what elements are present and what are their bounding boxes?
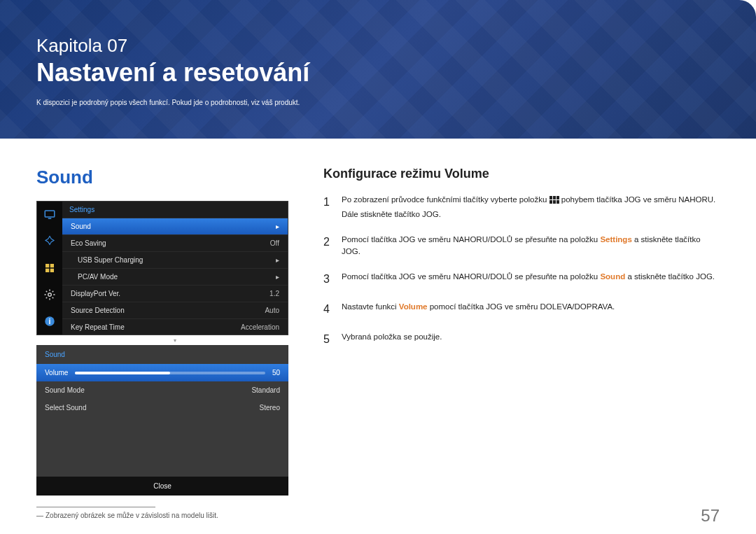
svg-rect-1 <box>48 218 52 220</box>
step-text: Vybraná položka se použije. <box>342 331 720 349</box>
osd2-row-value: Stereo <box>260 404 280 412</box>
osd2-row-value: 50 <box>272 369 280 377</box>
step-number: 5 <box>323 331 332 349</box>
osd-row[interactable]: Key Repeat TimeAcceleration <box>62 318 288 335</box>
keyword: Sound <box>600 272 625 281</box>
chapter-label: Kapitola 07 <box>36 35 756 57</box>
osd-sidebar: i <box>37 202 62 335</box>
chapter-title: Nastavení a resetování <box>36 58 756 87</box>
svg-rect-12 <box>550 200 552 204</box>
svg-rect-2 <box>46 264 49 267</box>
picture-icon <box>37 228 62 255</box>
osd2-row[interactable]: Sound ModeStandard <box>36 381 288 399</box>
osd-sound-submenu: Sound Volume50Sound ModeStandardSelect S… <box>36 345 288 496</box>
step-item: 1Po zobrazení průvodce funkčními tlačítk… <box>323 194 720 221</box>
page-number: 57 <box>701 506 720 526</box>
osd-row-label: DisplayPort Ver. <box>71 290 120 297</box>
osd-row-value: ▸ <box>276 256 279 264</box>
section-heading-config: Konfigurace režimu Volume <box>323 167 720 181</box>
step-text: Nastavte funkci Volume pomocí tlačítka J… <box>342 301 720 318</box>
osd-row-label: Sound <box>71 223 91 230</box>
svg-rect-11 <box>556 196 559 199</box>
steps-list: 1Po zobrazení průvodce funkčními tlačítk… <box>323 194 720 349</box>
step-item: 5Vybraná položka se použije. <box>323 331 720 349</box>
svg-rect-5 <box>50 269 54 272</box>
osd-close-button[interactable]: Close <box>36 477 288 496</box>
osd-row-label: Key Repeat Time <box>71 323 125 331</box>
chapter-subhead: K dispozici je podrobný popis všech funk… <box>36 99 756 106</box>
osd2-row-label: Volume <box>45 369 68 377</box>
step-text: Po zobrazení průvodce funkčními tlačítky… <box>342 194 720 221</box>
footnote: ―Zobrazený obrázek se může v závislosti … <box>36 512 288 519</box>
svg-rect-13 <box>553 200 556 204</box>
osd-row-label: Source Detection <box>71 307 125 314</box>
step-item: 4Nastavte funkci Volume pomocí tlačítka … <box>323 301 720 318</box>
step-text: Pomocí tlačítka JOG ve směru NAHORU/DOLŮ… <box>342 234 720 259</box>
menu-grid-icon <box>550 196 559 209</box>
step-number: 1 <box>323 194 332 221</box>
step-number: 2 <box>323 234 332 259</box>
svg-rect-0 <box>45 211 55 217</box>
osd-row[interactable]: Sound▸ <box>62 218 288 234</box>
svg-rect-3 <box>50 264 54 267</box>
right-column: Konfigurace režimu Volume 1Po zobrazení … <box>323 167 720 519</box>
step-number: 3 <box>323 271 332 288</box>
osd-row[interactable]: Eco SavingOff <box>62 234 288 251</box>
info-icon: i <box>37 308 62 335</box>
svg-text:i: i <box>49 317 51 325</box>
osd-pager-down: ▾ <box>62 335 288 346</box>
svg-rect-14 <box>556 200 559 204</box>
monitor-icon <box>37 202 62 228</box>
osd2-row[interactable]: Select SoundStereo <box>36 399 288 416</box>
osd2-row[interactable]: Volume50 <box>36 364 288 381</box>
osd2-row-value: Standard <box>251 386 280 394</box>
left-column: Sound i Settings Sound▸Eco SavingOffUSB … <box>36 167 288 519</box>
osd-row-value: ▸ <box>276 273 279 281</box>
chapter-header: Kapitola 07 Nastavení a resetování K dis… <box>0 0 756 139</box>
svg-rect-10 <box>553 196 556 199</box>
step-item: 3Pomocí tlačítka JOG ve směru NAHORU/DOL… <box>323 271 720 288</box>
osd-title: Settings <box>62 202 288 218</box>
step-number: 4 <box>323 301 332 318</box>
svg-rect-9 <box>550 196 552 199</box>
osd-row[interactable]: PC/AV Mode▸ <box>62 268 288 285</box>
osd-settings-menu: i Settings Sound▸Eco SavingOffUSB Super … <box>36 201 288 335</box>
osd2-row-label: Sound Mode <box>45 386 85 394</box>
osd-row-label: PC/AV Mode <box>78 273 118 281</box>
footnote-rule <box>36 507 155 507</box>
osd-row-label: Eco Saving <box>71 239 106 247</box>
step-text: Pomocí tlačítka JOG ve směru NAHORU/DOLŮ… <box>342 271 720 288</box>
osd-row[interactable]: USB Super Charging▸ <box>62 251 288 268</box>
osd-row-label: USB Super Charging <box>78 256 143 264</box>
keyword: Volume <box>399 302 428 311</box>
osd-row[interactable]: Source DetectionAuto <box>62 302 288 318</box>
gear-icon <box>37 281 62 308</box>
osd-row-value: Acceleration <box>241 323 279 331</box>
osd-row-value: ▸ <box>276 223 279 230</box>
svg-rect-4 <box>46 269 49 272</box>
osd-row[interactable]: DisplayPort Ver.1.2 <box>62 285 288 302</box>
osd-row-value: Off <box>270 239 279 247</box>
svg-point-6 <box>48 293 52 297</box>
keyword: Settings <box>600 235 631 244</box>
osd2-row-label: Select Sound <box>45 404 87 412</box>
osd-row-value: Auto <box>265 307 279 314</box>
settings-icon <box>37 255 62 281</box>
osd-row-value: 1.2 <box>270 290 279 297</box>
osd2-title: Sound <box>36 345 288 364</box>
section-heading-sound: Sound <box>36 167 288 188</box>
volume-slider[interactable] <box>75 372 265 374</box>
step-item: 2Pomocí tlačítka JOG ve směru NAHORU/DOL… <box>323 234 720 259</box>
